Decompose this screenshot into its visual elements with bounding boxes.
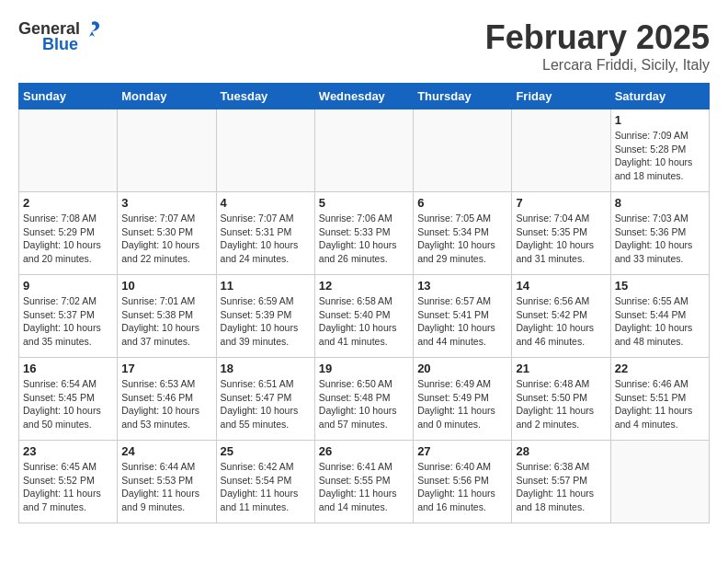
- day-number: 3: [121, 196, 211, 210]
- calendar-cell: [512, 109, 610, 192]
- calendar-cell: 19Sunrise: 6:50 AM Sunset: 5:48 PM Dayli…: [314, 358, 413, 441]
- calendar-cell: 26Sunrise: 6:41 AM Sunset: 5:55 PM Dayli…: [314, 441, 413, 523]
- calendar-cell: 12Sunrise: 6:58 AM Sunset: 5:40 PM Dayli…: [314, 275, 413, 358]
- day-number: 2: [23, 196, 113, 210]
- day-info: Sunrise: 7:08 AM Sunset: 5:29 PM Dayligh…: [23, 212, 113, 266]
- calendar-cell: 15Sunrise: 6:55 AM Sunset: 5:44 PM Dayli…: [610, 275, 709, 358]
- calendar-cell: [19, 109, 118, 192]
- day-info: Sunrise: 7:01 AM Sunset: 5:38 PM Dayligh…: [121, 294, 211, 349]
- day-number: 7: [516, 196, 606, 210]
- logo-bird-icon: [82, 18, 102, 39]
- week-row-4: 16Sunrise: 6:54 AM Sunset: 5:45 PM Dayli…: [19, 358, 710, 441]
- day-info: Sunrise: 6:59 AM Sunset: 5:39 PM Dayligh…: [221, 294, 311, 349]
- calendar-cell: 23Sunrise: 6:45 AM Sunset: 5:52 PM Dayli…: [19, 441, 118, 523]
- calendar-cell: 18Sunrise: 6:51 AM Sunset: 5:47 PM Dayli…: [216, 358, 314, 441]
- day-number: 21: [516, 362, 606, 375]
- day-number: 26: [319, 444, 409, 458]
- day-info: Sunrise: 6:40 AM Sunset: 5:56 PM Dayligh…: [417, 460, 507, 514]
- calendar-cell: [118, 109, 216, 192]
- day-number: 15: [615, 279, 705, 293]
- day-info: Sunrise: 6:57 AM Sunset: 5:41 PM Dayligh…: [417, 294, 507, 349]
- day-number: 4: [221, 196, 311, 210]
- day-info: Sunrise: 6:56 AM Sunset: 5:42 PM Dayligh…: [516, 294, 606, 349]
- day-info: Sunrise: 6:51 AM Sunset: 5:47 PM Dayligh…: [221, 377, 311, 431]
- calendar-table: SundayMondayTuesdayWednesdayThursdayFrid…: [18, 83, 710, 523]
- location-title: Lercara Friddi, Sicily, Italy: [485, 57, 710, 74]
- day-number: 10: [121, 279, 211, 293]
- week-row-1: 1Sunrise: 7:09 AM Sunset: 5:28 PM Daylig…: [19, 109, 710, 192]
- calendar-cell: 8Sunrise: 7:03 AM Sunset: 5:36 PM Daylig…: [610, 192, 709, 275]
- calendar-cell: [414, 109, 512, 192]
- day-info: Sunrise: 6:44 AM Sunset: 5:53 PM Dayligh…: [121, 460, 211, 514]
- calendar-cell: 25Sunrise: 6:42 AM Sunset: 5:54 PM Dayli…: [216, 441, 314, 523]
- day-info: Sunrise: 6:38 AM Sunset: 5:57 PM Dayligh…: [516, 460, 606, 514]
- day-info: Sunrise: 6:42 AM Sunset: 5:54 PM Dayligh…: [221, 460, 311, 514]
- page-header: General Blue February 2025 Lercara Fridd…: [18, 18, 710, 74]
- calendar-cell: 24Sunrise: 6:44 AM Sunset: 5:53 PM Dayli…: [118, 441, 216, 523]
- calendar-cell: 3Sunrise: 7:07 AM Sunset: 5:30 PM Daylig…: [118, 192, 216, 275]
- day-info: Sunrise: 6:41 AM Sunset: 5:55 PM Dayligh…: [319, 460, 409, 514]
- day-number: 25: [221, 444, 311, 458]
- day-info: Sunrise: 6:58 AM Sunset: 5:40 PM Dayligh…: [319, 294, 409, 349]
- day-number: 27: [417, 444, 507, 458]
- day-number: 6: [417, 196, 507, 210]
- day-number: 12: [319, 279, 409, 293]
- calendar-cell: 17Sunrise: 6:53 AM Sunset: 5:46 PM Dayli…: [118, 358, 216, 441]
- day-number: 13: [417, 279, 507, 293]
- day-info: Sunrise: 6:50 AM Sunset: 5:48 PM Dayligh…: [319, 377, 409, 431]
- calendar-cell: 6Sunrise: 7:05 AM Sunset: 5:34 PM Daylig…: [414, 192, 512, 275]
- week-row-2: 2Sunrise: 7:08 AM Sunset: 5:29 PM Daylig…: [19, 192, 710, 275]
- day-number: 19: [319, 362, 409, 375]
- calendar-cell: 27Sunrise: 6:40 AM Sunset: 5:56 PM Dayli…: [414, 441, 512, 523]
- day-number: 8: [615, 196, 705, 210]
- calendar-cell: [610, 441, 709, 523]
- week-row-5: 23Sunrise: 6:45 AM Sunset: 5:52 PM Dayli…: [19, 441, 710, 523]
- weekday-header-row: SundayMondayTuesdayWednesdayThursdayFrid…: [19, 84, 710, 109]
- day-number: 18: [221, 362, 311, 375]
- day-info: Sunrise: 7:05 AM Sunset: 5:34 PM Dayligh…: [417, 212, 507, 266]
- day-info: Sunrise: 6:45 AM Sunset: 5:52 PM Dayligh…: [23, 460, 113, 514]
- day-info: Sunrise: 7:07 AM Sunset: 5:31 PM Dayligh…: [221, 212, 311, 266]
- day-info: Sunrise: 6:55 AM Sunset: 5:44 PM Dayligh…: [615, 294, 705, 349]
- weekday-header-friday: Friday: [512, 84, 610, 109]
- day-number: 9: [23, 279, 113, 293]
- weekday-header-monday: Monday: [118, 84, 216, 109]
- weekday-header-sunday: Sunday: [19, 84, 118, 109]
- day-number: 5: [319, 196, 409, 210]
- day-info: Sunrise: 6:54 AM Sunset: 5:45 PM Dayligh…: [23, 377, 113, 431]
- calendar-cell: [314, 109, 413, 192]
- calendar-cell: 13Sunrise: 6:57 AM Sunset: 5:41 PM Dayli…: [414, 275, 512, 358]
- day-number: 24: [121, 444, 211, 458]
- weekday-header-tuesday: Tuesday: [216, 84, 314, 109]
- day-info: Sunrise: 6:46 AM Sunset: 5:51 PM Dayligh…: [615, 377, 705, 431]
- calendar-cell: 11Sunrise: 6:59 AM Sunset: 5:39 PM Dayli…: [216, 275, 314, 358]
- title-section: February 2025 Lercara Friddi, Sicily, It…: [485, 18, 710, 74]
- day-info: Sunrise: 7:04 AM Sunset: 5:35 PM Dayligh…: [516, 212, 606, 266]
- month-title: February 2025: [485, 18, 710, 57]
- weekday-header-saturday: Saturday: [610, 84, 709, 109]
- calendar-cell: 4Sunrise: 7:07 AM Sunset: 5:31 PM Daylig…: [216, 192, 314, 275]
- calendar-cell: 9Sunrise: 7:02 AM Sunset: 5:37 PM Daylig…: [19, 275, 118, 358]
- day-number: 22: [615, 362, 705, 375]
- logo-blue: Blue: [42, 35, 78, 54]
- day-info: Sunrise: 6:53 AM Sunset: 5:46 PM Dayligh…: [121, 377, 211, 431]
- week-row-3: 9Sunrise: 7:02 AM Sunset: 5:37 PM Daylig…: [19, 275, 710, 358]
- day-info: Sunrise: 7:03 AM Sunset: 5:36 PM Dayligh…: [615, 212, 705, 266]
- calendar-cell: 1Sunrise: 7:09 AM Sunset: 5:28 PM Daylig…: [610, 109, 709, 192]
- day-info: Sunrise: 7:02 AM Sunset: 5:37 PM Dayligh…: [23, 294, 113, 349]
- day-number: 14: [516, 279, 606, 293]
- day-number: 1: [615, 113, 705, 127]
- day-info: Sunrise: 7:06 AM Sunset: 5:33 PM Dayligh…: [319, 212, 409, 266]
- day-number: 20: [417, 362, 507, 375]
- calendar-cell: [216, 109, 314, 192]
- day-number: 23: [23, 444, 113, 458]
- day-number: 16: [23, 362, 113, 375]
- day-info: Sunrise: 7:09 AM Sunset: 5:28 PM Dayligh…: [615, 129, 705, 183]
- day-number: 17: [121, 362, 211, 375]
- calendar-cell: 16Sunrise: 6:54 AM Sunset: 5:45 PM Dayli…: [19, 358, 118, 441]
- calendar-cell: 20Sunrise: 6:49 AM Sunset: 5:49 PM Dayli…: [414, 358, 512, 441]
- calendar-cell: 21Sunrise: 6:48 AM Sunset: 5:50 PM Dayli…: [512, 358, 610, 441]
- calendar-cell: 22Sunrise: 6:46 AM Sunset: 5:51 PM Dayli…: [610, 358, 709, 441]
- calendar-cell: 10Sunrise: 7:01 AM Sunset: 5:38 PM Dayli…: [118, 275, 216, 358]
- weekday-header-thursday: Thursday: [414, 84, 512, 109]
